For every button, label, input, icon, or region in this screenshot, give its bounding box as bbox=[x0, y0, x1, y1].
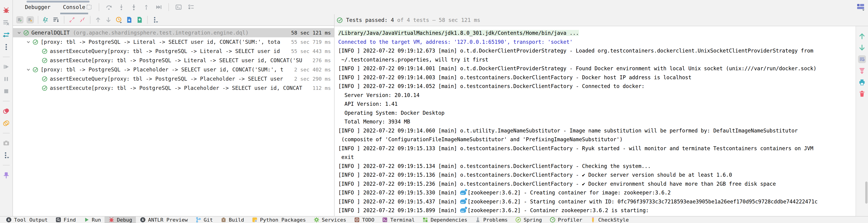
toolwindow-button-profiler[interactable]: Profiler bbox=[546, 216, 586, 223]
tab-strip: Debugger Console bbox=[22, 0, 88, 14]
test-tree-row[interactable]: GeneralDQLIT (org.apache.shardingsphere.… bbox=[13, 28, 334, 37]
next-occurrence-icon[interactable] bbox=[858, 44, 866, 51]
show-execution-point-icon[interactable] bbox=[85, 3, 93, 11]
test-passed-icon bbox=[41, 57, 48, 64]
collapse-all-icon[interactable] bbox=[79, 16, 86, 24]
test-duration: 2 sec 290 ms bbox=[292, 76, 334, 82]
resume-icon[interactable] bbox=[2, 63, 10, 71]
view-options-icon[interactable] bbox=[187, 3, 195, 11]
export-results-icon[interactable] bbox=[136, 16, 143, 24]
test-name: assertExecuteQuery[proxy: tbl -> Postgre… bbox=[50, 76, 283, 82]
test-duration: 112 ms bbox=[310, 85, 334, 91]
toolwindow-button-python-packages[interactable]: Python Packages bbox=[248, 216, 310, 223]
test-tree-row[interactable]: [proxy: tbl -> PostgreSQL -> Literal -> … bbox=[13, 37, 334, 46]
pause-icon[interactable] bbox=[2, 75, 10, 83]
console-line: Total Memory: 3934 MB bbox=[338, 117, 856, 126]
debug-tool-window: Debugger Console AZ GeneralDQLIT (org.ap… bbox=[0, 0, 868, 223]
chevron-down-icon[interactable] bbox=[25, 39, 31, 45]
toolwindow-button-label: Python Packages bbox=[260, 217, 306, 223]
build-box-icon bbox=[220, 217, 227, 223]
next-failed-icon[interactable] bbox=[105, 16, 112, 24]
toolwindow-button-git[interactable]: Git bbox=[191, 216, 217, 223]
clear-output-icon[interactable] bbox=[2, 18, 10, 27]
test-tree-row[interactable]: assertExecute[proxy: tbl -> PostgreSQL -… bbox=[13, 56, 334, 65]
step-out-icon[interactable] bbox=[143, 3, 150, 11]
toolwindow-button-debug[interactable]: Debug bbox=[104, 216, 136, 223]
toolwindow-button-find[interactable]: Find bbox=[52, 216, 80, 223]
docker-whale-icon bbox=[460, 190, 466, 195]
toolwindow-button-tool-output[interactable]: ATool Output bbox=[2, 216, 52, 223]
toolwindow-button-todo[interactable]: TODO bbox=[350, 216, 378, 223]
more-dots-icon[interactable] bbox=[2, 43, 10, 51]
test-tree-row[interactable]: [proxy: tbl -> PostgreSQL -> Placeholder… bbox=[13, 65, 334, 74]
run-to-cursor-icon[interactable] bbox=[155, 3, 162, 11]
layout-settings-icon[interactable] bbox=[856, 2, 866, 11]
stop-icon[interactable] bbox=[2, 87, 10, 95]
tab-console[interactable]: Console bbox=[60, 0, 88, 14]
more-options-icon[interactable] bbox=[152, 16, 159, 24]
console-line: [INFO ] 2022-07-22 09:19:15.236 [main] o… bbox=[338, 180, 856, 188]
test-passed-icon bbox=[32, 66, 39, 73]
console-line: [INFO ] 2022-07-22 09:19:14.003 [main] o… bbox=[338, 73, 856, 82]
show-passed-icon[interactable] bbox=[16, 16, 24, 24]
toolwindow-button-label: Spring bbox=[524, 217, 542, 223]
toolwindow-button-dependencies[interactable]: Dependencies bbox=[418, 216, 471, 223]
test-tree-row[interactable]: assertExecuteQuery[proxy: tbl -> Postgre… bbox=[13, 46, 334, 56]
test-duration: 58 sec 121 ms bbox=[289, 30, 334, 36]
view-breakpoints-icon[interactable] bbox=[2, 107, 10, 115]
debug-bug-icon[interactable] bbox=[2, 6, 10, 14]
toolwindow-button-run[interactable]: Run bbox=[80, 216, 105, 223]
spring-leaf-icon bbox=[515, 217, 522, 223]
toolwindow-button-antlr-preview[interactable]: AANTLR Preview bbox=[136, 216, 191, 223]
test-name: assertExecute[proxy: tbl -> PostgreSQL -… bbox=[50, 58, 302, 63]
step-over-icon[interactable] bbox=[105, 3, 113, 11]
toolwindow-button-services[interactable]: Services bbox=[310, 216, 350, 223]
clear-all-icon[interactable] bbox=[858, 90, 866, 98]
debug-bug-icon bbox=[108, 217, 115, 223]
tab-debugger[interactable]: Debugger bbox=[22, 0, 53, 14]
toolwindow-button-label: Terminal bbox=[390, 217, 414, 223]
console-line: Connected to the target VM, address: '12… bbox=[338, 38, 856, 46]
console-output[interactable]: /Library/Java/JavaVirtualMachines/jdk1.8… bbox=[335, 26, 856, 216]
vertical-scrollbar-thumb[interactable] bbox=[865, 182, 868, 203]
step-into-icon[interactable] bbox=[118, 3, 125, 11]
chevron-down-icon[interactable] bbox=[16, 30, 22, 36]
expand-all-icon[interactable] bbox=[68, 16, 76, 24]
mute-breakpoints-icon[interactable] bbox=[2, 119, 10, 127]
test-history-icon[interactable] bbox=[115, 16, 123, 24]
test-passed-icon bbox=[32, 39, 39, 45]
run-play-icon bbox=[83, 217, 90, 223]
chevron-down-icon[interactable] bbox=[25, 67, 31, 73]
soft-wrap-icon[interactable] bbox=[858, 55, 866, 63]
toolwindow-button-build[interactable]: Build bbox=[217, 216, 248, 223]
import-results-icon[interactable] bbox=[125, 16, 133, 24]
print-icon[interactable] bbox=[858, 78, 866, 86]
swap-arrows-icon[interactable] bbox=[2, 31, 10, 39]
toolwindow-button-checkstyle[interactable]: CheckStyle bbox=[586, 216, 632, 223]
test-tree-row[interactable]: assertExecuteQuery[proxy: tbl -> Postgre… bbox=[13, 74, 334, 83]
toolwindow-button-problems[interactable]: Problems bbox=[471, 216, 511, 223]
thread-dump-camera-icon[interactable] bbox=[2, 139, 10, 147]
evaluate-expression-icon[interactable] bbox=[175, 3, 182, 11]
sort-by-duration-icon[interactable] bbox=[53, 16, 60, 24]
console-line: ~/.testcontainers.properties, will try i… bbox=[338, 55, 856, 64]
console-line: [INFO ] 2022-07-22 09:19:15.899 [main] [… bbox=[338, 206, 856, 215]
antlr-circle-icon: A bbox=[5, 217, 12, 223]
console-line: [INFO ] 2022-07-22 09:19:15.437 [main] [… bbox=[338, 197, 856, 206]
stepping-toolbar bbox=[85, 0, 195, 14]
more-dots-arrow-icon[interactable] bbox=[2, 151, 10, 159]
top-tab-bar: Debugger Console bbox=[13, 0, 868, 14]
sort-alphabetically-icon[interactable]: AZ bbox=[42, 16, 50, 24]
tests-summary: of 4 tests – 58 sec 121 ms bbox=[397, 17, 480, 23]
pin-icon[interactable] bbox=[2, 171, 10, 179]
show-ignored-icon[interactable] bbox=[27, 16, 34, 24]
toolwindow-button-terminal[interactable]: Terminal bbox=[378, 216, 418, 223]
previous-failed-icon[interactable] bbox=[94, 16, 102, 24]
test-results-panel: AZ GeneralDQLIT (org.apache.shardingsphe… bbox=[13, 14, 334, 216]
checkstyle-pencil-icon bbox=[590, 217, 596, 223]
force-step-into-icon[interactable] bbox=[130, 3, 137, 11]
scroll-to-end-icon[interactable] bbox=[858, 67, 866, 75]
test-tree-row[interactable]: assertExecute[proxy: tbl -> PostgreSQL -… bbox=[13, 83, 334, 92]
toolwindow-button-spring[interactable]: Spring bbox=[511, 216, 546, 223]
prev-occurrence-icon[interactable] bbox=[858, 32, 866, 40]
